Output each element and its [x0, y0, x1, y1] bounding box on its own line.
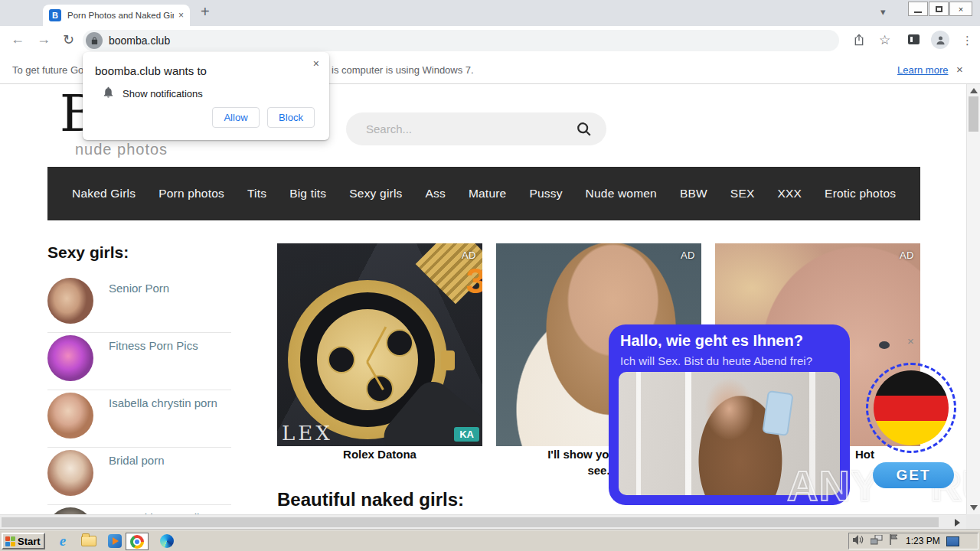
- allow-button[interactable]: Allow: [212, 107, 260, 128]
- vertical-scroll-thumb[interactable]: [969, 96, 978, 132]
- search-icon[interactable]: [576, 121, 593, 138]
- lock-icon: [90, 37, 99, 45]
- tab-search-chevron-icon[interactable]: ▾: [880, 6, 886, 18]
- reload-button[interactable]: ↻: [63, 31, 74, 48]
- clock[interactable]: 1:23 PM: [906, 536, 940, 546]
- thumbnail-image: [47, 335, 93, 381]
- ad-label: AD: [462, 249, 476, 261]
- chat-popup-photo[interactable]: [619, 372, 840, 495]
- nav-sexy-girls[interactable]: Sexy girls: [349, 187, 402, 201]
- internet-explorer-icon[interactable]: e: [54, 533, 72, 549]
- site-permissions-button[interactable]: [86, 32, 103, 49]
- ad-overlay-number: 3: [466, 260, 482, 302]
- block-button[interactable]: Block: [267, 107, 315, 128]
- bell-icon: [102, 86, 115, 102]
- main-nav: Naked Girls Porn photos Tits Big tits Se…: [47, 167, 920, 220]
- list-item[interactable]: Isabella chrystin porn: [47, 390, 231, 448]
- sidebar-list: Senior Porn Fitness Porn Pics Isabella c…: [47, 276, 231, 514]
- nav-porn-photos[interactable]: Porn photos: [158, 187, 224, 201]
- learn-more-link[interactable]: Learn more: [897, 64, 948, 76]
- vertical-scrollbar[interactable]: [966, 84, 980, 514]
- list-item[interactable]: Fitness Porn Pics: [47, 333, 231, 390]
- sidebar-link[interactable]: Isabella chrystin porn: [109, 396, 217, 409]
- sidebar-link[interactable]: Senior Porn: [109, 282, 169, 295]
- nav-naked-girls[interactable]: Naked Girls: [72, 187, 136, 201]
- address-bar[interactable]: boomba.club: [83, 30, 839, 51]
- site-tagline: nude photos: [75, 141, 168, 158]
- nav-bbw[interactable]: BBW: [680, 187, 707, 201]
- scroll-down-arrow[interactable]: [970, 505, 978, 510]
- screen: B Porn Photos and Naked Girls - Boomb × …: [0, 0, 980, 551]
- nav-big-tits[interactable]: Big tits: [289, 187, 326, 201]
- windows-taskbar: Start e 1:23 PM: [0, 530, 980, 551]
- card-caption: Rolex Datona: [277, 446, 482, 462]
- window-close-button[interactable]: ×: [949, 2, 972, 16]
- sidebar-heading: Sexy girls:: [47, 243, 129, 262]
- chrome-icon: [130, 535, 144, 549]
- horizontal-scrollbar[interactable]: [0, 514, 966, 530]
- horizontal-scroll-thumb[interactable]: [2, 517, 939, 527]
- search-input[interactable]: [346, 112, 606, 145]
- ad-label: AD: [681, 249, 695, 261]
- german-flag-badge[interactable]: [866, 363, 956, 453]
- chat-popup-title: Hallo, wie geht es Ihnen?: [620, 332, 803, 350]
- url-text: boomba.club: [109, 34, 170, 47]
- sidebar-link[interactable]: Bridal porn: [109, 454, 165, 467]
- scroll-up-arrow[interactable]: [970, 88, 978, 93]
- share-icon[interactable]: [853, 34, 865, 49]
- ad-label: AD: [900, 249, 914, 261]
- nav-erotic-photos[interactable]: Erotic photos: [825, 187, 896, 201]
- browser-tab[interactable]: B Porn Photos and Naked Girls - Boomb ×: [43, 5, 190, 26]
- chat-popup-ad[interactable]: Hallo, wie geht es Ihnen? Ich will Sex. …: [609, 324, 850, 505]
- window-minimize-button[interactable]: [908, 2, 928, 16]
- chat-popup-subtitle: Ich will Sex. Bist du heute Abend frei?: [620, 354, 812, 367]
- browser-toolbar: ← → ↻ boomba.club ☆ ⋮: [0, 26, 980, 55]
- tab-strip: B Porn Photos and Naked Girls - Boomb × …: [0, 0, 980, 26]
- action-center-flag-icon[interactable]: [889, 534, 898, 548]
- dialog-close-icon[interactable]: ×: [313, 57, 319, 70]
- profile-avatar[interactable]: [931, 31, 949, 49]
- ad-close-icon[interactable]: ×: [907, 334, 914, 347]
- display-tray-icon[interactable]: [946, 536, 959, 546]
- window-restore-button[interactable]: [929, 2, 949, 16]
- thumbnail-image: [47, 450, 93, 496]
- nav-sex[interactable]: SEX: [730, 187, 755, 201]
- list-item[interactable]: Senior Porn: [47, 276, 231, 333]
- media-player-icon[interactable]: [106, 533, 124, 549]
- list-item[interactable]: Bridal porn: [47, 448, 231, 505]
- windows-logo-icon: [5, 536, 15, 546]
- infobar-text-right: is computer is using Windows 7.: [332, 64, 474, 76]
- scroll-right-arrow[interactable]: [955, 519, 960, 527]
- nav-xxx[interactable]: XXX: [777, 187, 802, 201]
- brand-text-fragment: LEX: [282, 422, 333, 445]
- file-explorer-icon[interactable]: [80, 533, 98, 549]
- infobar-close-icon[interactable]: ×: [956, 63, 963, 76]
- bookmark-star-icon[interactable]: ☆: [879, 32, 890, 48]
- browser-menu-icon[interactable]: ⋮: [962, 34, 973, 47]
- sidebar-link[interactable]: Fitness Porn Pics: [109, 339, 198, 352]
- site-favicon: B: [49, 9, 61, 21]
- ad-badge: KA: [454, 427, 479, 442]
- ad-card-rolex[interactable]: 3 LEX KA AD: [277, 243, 482, 446]
- get-button[interactable]: GET: [873, 462, 954, 488]
- scrollbar-corner: [966, 514, 980, 530]
- start-button[interactable]: Start: [2, 533, 45, 549]
- nav-tits[interactable]: Tits: [247, 187, 266, 201]
- nav-nude-women[interactable]: Nude women: [586, 187, 657, 201]
- nav-mature[interactable]: Mature: [469, 187, 506, 201]
- tab-title: Porn Photos and Naked Girls - Boomb: [67, 11, 174, 20]
- webpage: B nude photos Naked Girls Porn photos Ti…: [0, 84, 966, 514]
- volume-icon[interactable]: [853, 534, 864, 548]
- tab-close-icon[interactable]: ×: [178, 10, 184, 21]
- nav-ass[interactable]: Ass: [425, 187, 445, 201]
- person-icon: [935, 34, 946, 46]
- edge-icon[interactable]: [158, 533, 176, 549]
- chrome-taskbar-button[interactable]: [126, 533, 149, 550]
- nav-pussy[interactable]: Pussy: [529, 187, 562, 201]
- network-icon[interactable]: [871, 534, 883, 548]
- side-panel-icon[interactable]: [908, 34, 920, 44]
- new-tab-button[interactable]: +: [201, 3, 210, 21]
- list-item[interactable]: Porn with very tall: [47, 505, 231, 514]
- back-button[interactable]: ←: [11, 31, 24, 47]
- forward-button[interactable]: →: [37, 31, 51, 47]
